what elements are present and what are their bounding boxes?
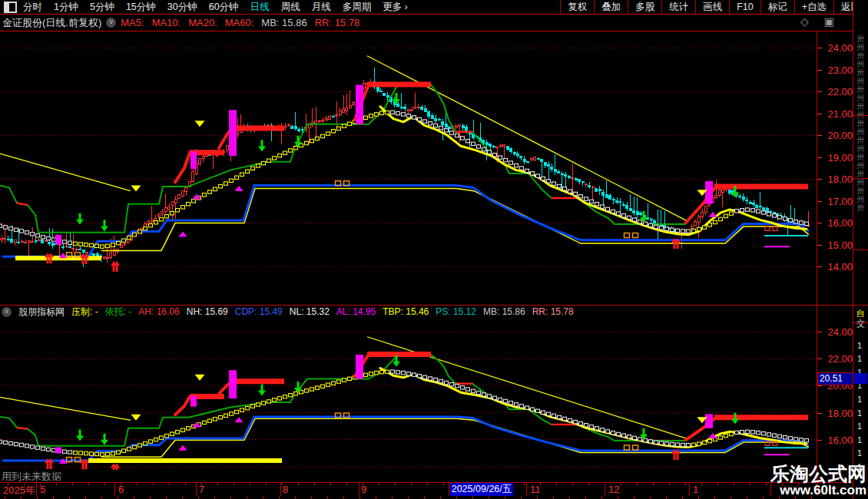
sidebar-digit: 1	[857, 448, 862, 458]
month-label-5: 5	[40, 484, 45, 495]
toolbar-button-F10[interactable]: F10	[729, 0, 760, 14]
axis-border	[817, 31, 817, 496]
indicator-field: AH: 16.06	[138, 306, 179, 317]
highlighted-date: 2025/09/26/五	[450, 483, 513, 496]
period-tab-7[interactable]: 日线	[250, 1, 270, 14]
axis-label: 23.00	[819, 64, 853, 76]
indicator-field: CDP: 15.49	[235, 306, 283, 317]
watermark-line1: 乐淘公式网	[770, 464, 866, 484]
indicator-source: 股朋指标网	[18, 306, 65, 319]
month-label-6: 6	[118, 484, 124, 495]
month-label-9: 9	[361, 484, 366, 495]
period-tab-10[interactable]: 多周期	[343, 1, 372, 14]
toolbar-button-叠加[interactable]: 叠加	[594, 0, 628, 14]
month-label-11: 11	[530, 484, 541, 495]
toolbar-button-统计[interactable]: 统计	[661, 0, 695, 14]
indicator-field: PS: 15.12	[436, 306, 476, 317]
clipped-axis-row	[0, 496, 853, 499]
main-chart-pane[interactable]	[0, 31, 817, 305]
ma10-label: MA10:	[152, 17, 181, 28]
indicator-field: AL: 14.95	[336, 306, 376, 317]
app-window: 分时1分钟5分钟15分钟30分钟60分钟日线周线月线多周期更多 › 复权叠加多股…	[0, 0, 868, 499]
sidebar-digit: 1	[857, 354, 862, 363]
date-axis[interactable]: 2025年 56789111212025/09/26/五	[0, 482, 853, 497]
month-label-1: 1	[693, 484, 698, 495]
indicator-field: RR: 15.78	[532, 306, 574, 317]
sidebar-digit: 1	[857, 395, 862, 404]
sidebar-vertical-text: 卅州卅州卅州卅州卅州卅州卅州卅州卅州卅州卅	[856, 35, 866, 212]
mb-value: MB: 15.86	[261, 17, 306, 28]
period-tab-11[interactable]: 更多 ›	[383, 1, 408, 14]
indicator-field: NH: 15.69	[187, 306, 228, 317]
ma20-label: MA20:	[188, 17, 217, 28]
indicator-chart-pane[interactable]	[0, 317, 817, 470]
ma5-label: MA5:	[121, 17, 144, 28]
indicator-field: 依托: -	[105, 306, 132, 319]
axis-label: 15.00	[819, 240, 853, 251]
sidebar-highlight	[854, 373, 867, 384]
indicator-field: 压制: -	[71, 306, 98, 319]
indicator-label-row: ∨ 股朋指标网 压制: -依托: -AH: 16.06NH: 15.69CDP:…	[0, 305, 853, 318]
period-tabs: 分时1分钟5分钟15分钟30分钟60分钟日线周线月线多周期更多 ›	[23, 1, 408, 14]
indicator-field: NL: 15.32	[290, 306, 330, 317]
toolbar-button-多股[interactable]: 多股	[628, 0, 661, 14]
axis-label: 24.00	[819, 42, 853, 54]
axis-label: 24.00	[819, 326, 853, 338]
period-tab-2[interactable]: 1分钟	[54, 1, 78, 14]
month-label-12: 12	[608, 484, 619, 495]
period-tab-6[interactable]: 60分钟	[209, 1, 239, 14]
axis-label: 16.00	[819, 217, 853, 229]
right-sidebar-strip: 卅州卅州卅州卅州卅州卅州卅州卅州卅州卅州卅 自 交 1111111111	[853, 0, 868, 499]
stock-title: 金证股份(日线.前复权)	[2, 16, 101, 30]
chart-title-row: 金证股份(日线.前复权) ∨ MA5: MA10: MA20: MA60: MB…	[0, 15, 868, 31]
period-tab-9[interactable]: 月线	[312, 1, 331, 14]
axis-label: 14.00	[819, 261, 853, 273]
sidebar-char-white: 交	[856, 318, 865, 329]
toolbar-right-buttons: 复权叠加多股统计画线F10标记+自选返回	[560, 0, 868, 14]
chevron-down-icon[interactable]: ∨	[2, 307, 12, 317]
current-value-badge: 20.51	[817, 372, 856, 385]
period-tab-5[interactable]: 30分钟	[167, 1, 197, 14]
axis-label: 20.00	[819, 130, 853, 141]
ma60-label: MA60:	[225, 17, 254, 28]
axis-label: 21.00	[819, 108, 853, 120]
period-tab-1[interactable]: 分时	[23, 1, 42, 14]
toolbar-button-画线[interactable]: 画线	[695, 0, 729, 14]
rr-value: RR: 15.78	[315, 17, 360, 28]
chevron-down-icon[interactable]: ∨	[106, 18, 116, 28]
period-tab-4[interactable]: 15分钟	[126, 1, 156, 14]
sidebar-digit: 1	[857, 341, 862, 350]
axis-label: 22.00	[819, 86, 853, 97]
sidebar-digit: 1	[857, 408, 862, 418]
toolbar-button-复权[interactable]: 复权	[560, 0, 594, 14]
watermark-line2: www.60lt.com	[770, 484, 866, 497]
axis-label: 19.00	[819, 152, 853, 164]
month-label-7: 7	[199, 484, 204, 495]
sidebar-digit: 1	[857, 435, 862, 444]
toolbar-button-+自选[interactable]: +自选	[794, 0, 833, 14]
sidebar-digit: 1	[857, 421, 862, 431]
period-toolbar: 分时1分钟5分钟15分钟30分钟60分钟日线周线月线多周期更多 › 复权叠加多股…	[0, 0, 868, 14]
toolbar-button-标记[interactable]: 标记	[760, 0, 794, 14]
month-label-8: 8	[283, 484, 288, 495]
watermark: 乐淘公式网 www.60lt.com	[770, 464, 866, 497]
pane-corner-icons[interactable]: ◇ ▣	[800, 15, 840, 28]
axis-label: 16.00	[819, 435, 853, 446]
axis-label: 18.00	[819, 408, 853, 419]
period-tab-8[interactable]: 周线	[281, 1, 300, 14]
axis-label: 17.00	[819, 196, 853, 207]
axis-label: 18.00	[819, 173, 853, 185]
indicator-field: MB: 15.86	[483, 306, 525, 317]
period-tab-3[interactable]: 5分钟	[90, 1, 114, 14]
axis-label: 22.00	[819, 353, 853, 365]
window-icon[interactable]	[4, 2, 17, 13]
indicator-field: TBP: 15.46	[383, 306, 429, 317]
